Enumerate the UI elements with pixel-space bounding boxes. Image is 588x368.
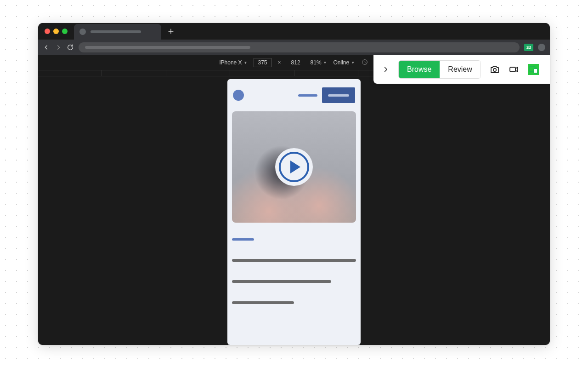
svg-point-2: [493, 69, 496, 71]
chevron-down-icon: ▼: [323, 61, 327, 65]
new-tab-button[interactable]: [168, 28, 174, 34]
cta-button[interactable]: [322, 87, 355, 103]
reload-button[interactable]: [67, 44, 74, 51]
site-logo[interactable]: [233, 90, 244, 101]
mobile-header-right: [298, 87, 355, 103]
device-select[interactable]: iPhone X ▼: [220, 59, 248, 66]
rotate-device-button[interactable]: [361, 58, 368, 67]
zoom-value: 81%: [311, 59, 322, 66]
profile-avatar[interactable]: [538, 44, 545, 51]
video-thumbnail[interactable]: [232, 111, 356, 223]
traffic-lights: [45, 29, 68, 34]
device-viewport: [38, 76, 550, 345]
viewport-width-value: 375: [258, 59, 267, 66]
back-button[interactable]: [43, 44, 50, 51]
network-value: Online: [334, 59, 350, 66]
device-name: iPhone X: [220, 59, 242, 66]
viewport-height-input[interactable]: 812: [288, 58, 304, 67]
extension-badge[interactable]: zB: [524, 44, 533, 51]
extension-badge-label: zB: [526, 45, 531, 50]
mobile-content: [227, 111, 361, 304]
url-bar[interactable]: [79, 42, 520, 52]
play-button[interactable]: [275, 148, 313, 186]
address-bar-row: zB: [38, 40, 550, 55]
browse-mode-button[interactable]: Browse: [399, 61, 440, 78]
network-throttle-select[interactable]: Online ▼: [334, 59, 355, 66]
viewport-height-value: 812: [291, 59, 300, 66]
zoom-select[interactable]: 81% ▼: [311, 59, 327, 66]
responsive-icon[interactable]: [528, 64, 539, 75]
minimize-window-button[interactable]: [53, 29, 59, 34]
close-window-button[interactable]: [45, 29, 50, 34]
nav-link-placeholder[interactable]: [298, 94, 317, 97]
browser-tab[interactable]: [74, 24, 161, 40]
forward-button[interactable]: [55, 44, 62, 51]
play-icon: [279, 152, 309, 182]
dimension-separator: ×: [278, 59, 281, 66]
review-mode-button[interactable]: Review: [440, 61, 480, 78]
mobile-preview: [227, 79, 361, 345]
svg-line-1: [362, 60, 367, 64]
chevron-down-icon: ▼: [351, 61, 355, 65]
camera-icon[interactable]: [489, 64, 500, 75]
video-icon[interactable]: [509, 64, 520, 75]
chevron-down-icon: ▼: [244, 61, 248, 65]
browser-window: zB iPhone X ▼ 375 × 812 81% ▼ Online ▼: [38, 23, 550, 345]
extension-toolbar: Browse Review: [373, 55, 550, 84]
mode-toggle: Browse Review: [398, 60, 481, 79]
tab-favicon: [79, 29, 86, 35]
text-line-placeholder: [232, 301, 294, 304]
viewport-width-input[interactable]: 375: [254, 58, 271, 67]
tab-strip: [38, 23, 550, 40]
tab-title-placeholder: [90, 30, 141, 33]
cta-label-placeholder: [328, 94, 349, 97]
category-label-placeholder: [232, 238, 254, 241]
text-line-placeholder: [232, 259, 356, 262]
svg-rect-5: [534, 69, 537, 73]
mobile-header: [227, 79, 361, 111]
maximize-window-button[interactable]: [62, 29, 68, 34]
text-line-placeholder: [232, 280, 331, 283]
url-placeholder: [85, 46, 250, 49]
svg-rect-3: [510, 67, 515, 72]
collapse-toolbar-button[interactable]: [382, 65, 390, 74]
